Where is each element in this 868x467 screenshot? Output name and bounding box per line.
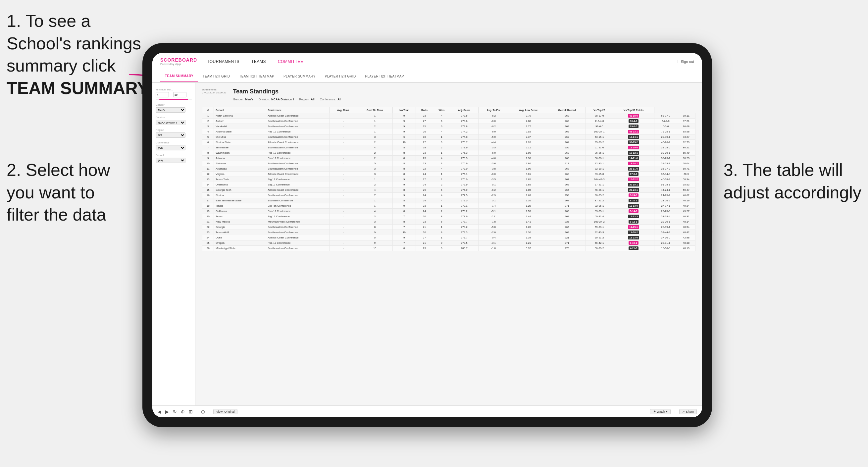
table-cell: 271 [548, 204, 586, 209]
table-cell: 48.13 [677, 246, 695, 251]
table-cell: 15-32-2 [613, 177, 654, 182]
table-cell: 279.1 [450, 204, 478, 209]
table-row: 18IllinoisBig Ten Conference-19231279.1-… [203, 204, 695, 209]
table-cell: 271 [548, 241, 586, 246]
table-cell: 2.88 [509, 119, 548, 124]
table-cell: 54-4-0 [654, 119, 677, 124]
table-cell: 9 [203, 156, 214, 161]
table-cell: 37-30-0 [654, 235, 677, 241]
table-cell: 8 [393, 209, 415, 214]
table-cell: 83.27 [677, 134, 695, 140]
table-cell: Southeastern Conference [266, 161, 329, 166]
table-cell: - [329, 177, 357, 182]
table-cell: 80.21 [677, 145, 695, 150]
sidebar-conference-select[interactable]: (All) [156, 145, 185, 150]
table-cell: 92-40-3 [586, 230, 613, 235]
table-cell: 1.85 [509, 177, 548, 182]
table-cell: 278.7 [450, 219, 478, 224]
clock-icon[interactable]: ◷ [201, 409, 205, 414]
table-cell: 8 [393, 145, 415, 150]
sidebar-region-select[interactable]: N/A All [156, 132, 185, 138]
tab-player-h2h-grid[interactable]: PLAYER H2H GRID [320, 70, 361, 82]
sidebar-min-rank-from[interactable] [156, 92, 169, 97]
forward-icon[interactable]: ▶ [165, 409, 169, 414]
table-cell: 1 [357, 113, 393, 119]
nav-item-teams[interactable]: TEAMS [251, 59, 266, 64]
sidebar-school-label: School [156, 154, 192, 157]
table-cell: -5.8 [478, 224, 509, 230]
table-cell: 89.11 [677, 113, 695, 119]
tablet: SCOREBOARD Powered by clippi TOURNAMENTS… [143, 43, 712, 427]
table-cell: - [329, 224, 357, 230]
tab-team-h2h-heatmap[interactable]: TEAM H2H HEATMAP [235, 70, 279, 82]
home-icon[interactable]: ⊕ [181, 409, 185, 414]
table-cell: 269 [548, 214, 586, 219]
table-cell: North Carolina [214, 113, 266, 119]
table-cell: 3 [357, 214, 393, 219]
tab-player-h2h-heatmap[interactable]: PLAYER H2H HEATMAP [360, 70, 408, 82]
table-cell: 1 [357, 129, 393, 134]
table-cell: 18 [415, 145, 433, 150]
table-cell: 11-19-0 [613, 145, 654, 150]
table-cell: 3.01 [509, 172, 548, 177]
table-cell: 18-23-0 [613, 235, 654, 241]
table-cell: 277.5 [450, 198, 478, 204]
share-button[interactable]: ↗ Share [679, 409, 697, 414]
table-cell: - [329, 204, 357, 209]
col-vs-top-25: Vs Top 25 [586, 107, 613, 113]
table-cell: Atlantic Coast Conference [266, 235, 329, 241]
sidebar-school-select[interactable]: (All) [156, 158, 185, 163]
watch-button[interactable]: 👁 Watch ▾ [650, 409, 671, 414]
table-cell: 1.41 [509, 219, 548, 224]
refresh-icon[interactable]: ↻ [173, 409, 177, 414]
table-cell: Southeastern Conference [266, 119, 329, 124]
sidebar-gender-select[interactable]: Men's Women's [156, 107, 185, 113]
tab-player-summary[interactable]: PLAYER SUMMARY [279, 70, 320, 82]
table-row: 25OregonPac-12 Conference-97210279.5-3.1… [203, 241, 695, 246]
table-cell: 3 [433, 140, 450, 145]
table-row: 17East Tennessee StateSouthern Conferenc… [203, 198, 695, 204]
table-cell: 58.34 [677, 177, 695, 182]
sidebar-min-rank-to[interactable] [173, 92, 186, 97]
table-cell: 255 [548, 145, 586, 150]
table-cell: 86-26-1 [586, 156, 613, 161]
table-cell: 9 [357, 241, 393, 246]
tab-team-summary[interactable]: TEAM SUMMARY [160, 70, 198, 82]
table-cell: Pac-12 Conference [266, 209, 329, 214]
table-cell: -4.4 [478, 140, 509, 145]
bookmark-icon[interactable]: ⊞ [189, 409, 193, 414]
table-row: 12VirginiaAtlantic Coast Conference-3824… [203, 172, 695, 177]
table-cell: 25 [203, 241, 214, 246]
table-cell: Virginia [214, 172, 266, 177]
sidebar-region-label: Region [156, 128, 192, 131]
table-cell: - [329, 129, 357, 134]
table-cell: 1 [433, 172, 450, 177]
view-original-button[interactable]: View: Original [213, 409, 238, 414]
table-cell: 59-39-1 [586, 224, 613, 230]
table-cell: 273.8 [450, 124, 478, 129]
table-cell: - [329, 241, 357, 246]
table-cell: 24 [415, 193, 433, 198]
sign-out-link[interactable]: Sign out [681, 60, 694, 64]
table-cell: Southeastern Conference [266, 166, 329, 172]
table-cell: Southeastern Conference [266, 134, 329, 140]
table-cell: 9 [393, 119, 415, 124]
table-cell: 24-25-2 [654, 193, 677, 198]
table-cell: 18 [415, 134, 433, 140]
table-cell: 9 [393, 124, 415, 129]
tab-team-h2h-grid[interactable]: TEAM H2H GRID [198, 70, 235, 82]
table-row: 9ArizonaPac-12 Conference-28234276.3-4.6… [203, 156, 695, 161]
table-cell: 1.55 [509, 198, 548, 204]
table-cell: 36-17-2 [654, 166, 677, 172]
table-cell: 0 [433, 246, 450, 251]
table-cell: 14-21-0 [613, 156, 654, 161]
nav-item-committee[interactable]: COMMITTEE [278, 59, 303, 64]
table-cell: 2 [357, 150, 393, 156]
back-icon[interactable]: ◀ [158, 409, 161, 414]
table-cell: 6 [433, 187, 450, 193]
sidebar-division-select[interactable]: NCAA Division I NCAA Division II [156, 120, 185, 125]
table-cell: East Tennessee State [214, 198, 266, 204]
table-cell: 1 [433, 150, 450, 156]
nav-item-tournaments[interactable]: TOURNAMENTS [207, 59, 240, 64]
table-cell: 87-21-2 [586, 198, 613, 204]
